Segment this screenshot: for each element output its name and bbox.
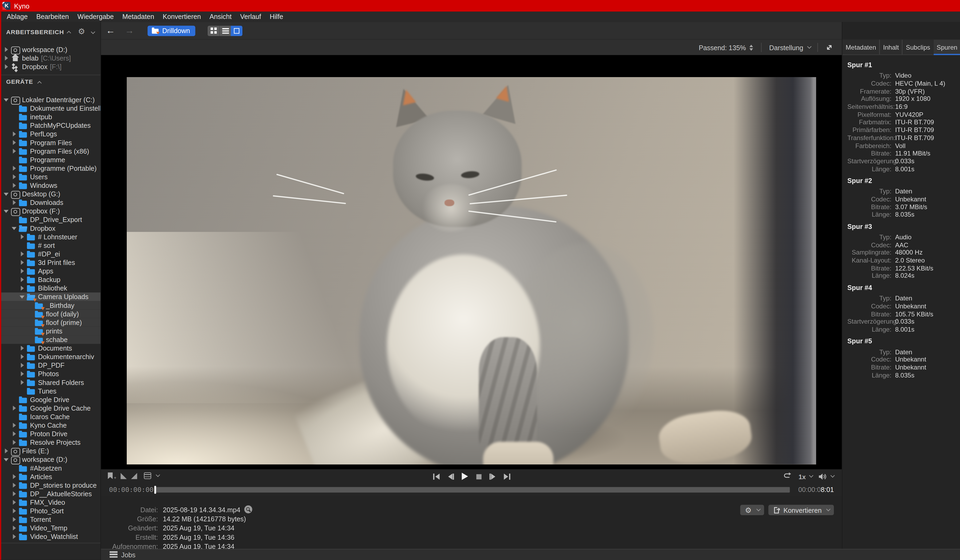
tree-row[interactable]: Photo_Sort bbox=[0, 507, 101, 515]
menu-item-verlauf[interactable]: Verlauf bbox=[236, 12, 266, 22]
menu-item-wiedergabe[interactable]: Wiedergabe bbox=[73, 12, 118, 22]
chevron-expanded-icon[interactable] bbox=[4, 456, 10, 463]
chevron-collapsed-icon[interactable] bbox=[12, 422, 18, 428]
chevron-collapsed-icon[interactable] bbox=[12, 517, 18, 523]
chevron-collapsed-icon[interactable] bbox=[19, 371, 26, 377]
chevron-expanded-icon[interactable] bbox=[4, 191, 10, 197]
chevron-collapsed-icon[interactable] bbox=[12, 131, 18, 137]
chevron-collapsed-icon[interactable] bbox=[4, 55, 10, 61]
tree-row[interactable]: Backup bbox=[0, 275, 101, 284]
tree-row[interactable]: Camera Uploads bbox=[0, 292, 101, 301]
tree-row[interactable]: DP_Drive_Export bbox=[0, 215, 101, 224]
zoom-fit-control[interactable]: Passend: 135% bbox=[699, 44, 754, 51]
chevron-collapsed-icon[interactable] bbox=[12, 182, 18, 188]
timeline-scrubber[interactable] bbox=[154, 487, 790, 493]
add-marker-icon[interactable] bbox=[108, 472, 113, 479]
tree-row[interactable]: 3d Print files bbox=[0, 258, 101, 267]
chevron-collapsed-icon[interactable] bbox=[12, 140, 18, 146]
menu-item-konvertieren[interactable]: Konvertieren bbox=[158, 12, 205, 22]
tree-row[interactable]: schabe bbox=[0, 335, 101, 344]
chevron-collapsed-icon[interactable] bbox=[12, 474, 18, 480]
tab-spuren[interactable]: Spuren bbox=[933, 40, 960, 54]
tree-row[interactable]: DP__AktuelleStories bbox=[0, 490, 101, 498]
convert-button[interactable]: Konvertieren bbox=[768, 505, 834, 515]
tree-row[interactable]: Kyno Cache bbox=[0, 421, 101, 429]
tree-row[interactable]: belab[C:\Users] bbox=[0, 54, 101, 62]
tab-inhalt[interactable]: Inhalt bbox=[879, 40, 902, 54]
playback-speed-dropdown[interactable]: 1x bbox=[798, 473, 812, 480]
mark-in-icon[interactable] bbox=[121, 473, 127, 479]
tree-row[interactable]: Program Files bbox=[0, 138, 101, 147]
tree-row[interactable]: Icaros Cache bbox=[0, 412, 101, 421]
chevron-collapsed-icon[interactable] bbox=[12, 405, 18, 411]
tree-row[interactable]: # sort bbox=[0, 241, 101, 250]
chevron-collapsed-icon[interactable] bbox=[12, 439, 18, 445]
tree-row[interactable]: Articles bbox=[0, 472, 101, 481]
chevron-collapsed-icon[interactable] bbox=[12, 165, 18, 171]
tree-row[interactable]: Dropbox (F:) bbox=[0, 207, 101, 215]
tree-row[interactable]: floof (daily) bbox=[0, 310, 101, 318]
tree-row[interactable]: Lokaler Datenträger (C:) bbox=[0, 96, 101, 104]
tree-row[interactable]: FMX_Video bbox=[0, 498, 101, 507]
chevron-collapsed-icon[interactable] bbox=[19, 277, 26, 283]
tree-row[interactable]: # Lohnsteuer bbox=[0, 232, 101, 241]
chevron-collapsed-icon[interactable] bbox=[4, 46, 10, 53]
list-view-button[interactable] bbox=[219, 26, 231, 36]
tree-row[interactable]: PerfLogs bbox=[0, 130, 101, 138]
tree-row[interactable]: Program Files (x86) bbox=[0, 147, 101, 155]
loop-button[interactable] bbox=[783, 472, 792, 481]
convert-settings-button[interactable]: ⚙ bbox=[740, 505, 764, 515]
menu-item-ansicht[interactable]: Ansicht bbox=[205, 12, 236, 22]
tree-row[interactable]: #DP_ei bbox=[0, 250, 101, 258]
tree-row[interactable]: Apps bbox=[0, 267, 101, 275]
chevron-collapsed-icon[interactable] bbox=[19, 345, 26, 351]
chevron-collapsed-icon[interactable] bbox=[12, 525, 18, 531]
chevron-collapsed-icon[interactable] bbox=[19, 251, 26, 257]
frame-back-button[interactable] bbox=[446, 472, 455, 481]
tree-row[interactable]: Dropbox bbox=[0, 224, 101, 232]
chevron-collapsed-icon[interactable] bbox=[19, 234, 26, 240]
menu-item-bearbeiten[interactable]: Bearbeiten bbox=[32, 12, 73, 22]
menu-item-metadaten[interactable]: Metadaten bbox=[118, 12, 158, 22]
chevron-collapsed-icon[interactable] bbox=[19, 268, 26, 274]
magnifier-icon[interactable] bbox=[244, 505, 252, 513]
tree-row[interactable]: Downloads bbox=[0, 198, 101, 207]
tree-row[interactable]: Windows bbox=[0, 181, 101, 190]
tree-row[interactable]: PatchMyPCUpdates bbox=[0, 121, 101, 130]
jobs-bar[interactable]: Jobs bbox=[101, 549, 960, 560]
devices-header[interactable]: GERÄTE bbox=[6, 78, 41, 85]
chevron-down-icon[interactable] bbox=[156, 473, 160, 477]
tree-row[interactable]: prints bbox=[0, 327, 101, 335]
playhead[interactable] bbox=[154, 486, 156, 494]
chevron-down-icon[interactable] bbox=[91, 30, 95, 34]
back-button[interactable]: ← bbox=[101, 23, 120, 39]
tree-row[interactable]: DP_stories to produce bbox=[0, 481, 101, 490]
chevron-collapsed-icon[interactable] bbox=[19, 362, 26, 369]
menu-item-hilfe[interactable]: Hilfe bbox=[266, 12, 288, 22]
tree-row[interactable]: Video_Temp bbox=[0, 524, 101, 532]
skip-to-end-button[interactable] bbox=[502, 472, 511, 481]
skip-to-start-button[interactable] bbox=[432, 472, 441, 481]
tree-row[interactable]: Torrent bbox=[0, 515, 101, 524]
chevron-collapsed-icon[interactable] bbox=[12, 508, 18, 514]
tree-row[interactable]: Photos bbox=[0, 370, 101, 378]
chevron-collapsed-icon[interactable] bbox=[12, 174, 18, 180]
display-dropdown[interactable]: Darstellung bbox=[769, 44, 810, 51]
tree-row[interactable]: Users bbox=[0, 172, 101, 181]
volume-dropdown[interactable] bbox=[818, 472, 833, 480]
chevron-expanded-icon[interactable] bbox=[4, 208, 10, 214]
tree-row[interactable]: workspace (D:) bbox=[0, 455, 101, 464]
tree-row[interactable]: DP_PDF bbox=[0, 361, 101, 370]
tree-row[interactable]: Tunes bbox=[0, 386, 101, 395]
chevron-collapsed-icon[interactable] bbox=[19, 354, 26, 360]
tree-row[interactable]: _Birthday bbox=[0, 301, 101, 310]
chevron-collapsed-icon[interactable] bbox=[19, 259, 26, 265]
spinner-icon[interactable] bbox=[750, 44, 754, 50]
tree-row[interactable]: Google Drive Cache bbox=[0, 404, 101, 412]
chevron-collapsed-icon[interactable] bbox=[12, 431, 18, 437]
frame-forward-button[interactable] bbox=[488, 472, 497, 481]
tree-row[interactable]: Shared Folders bbox=[0, 378, 101, 386]
chevron-collapsed-icon[interactable] bbox=[12, 491, 18, 497]
gear-icon[interactable]: ⚙ bbox=[78, 26, 85, 37]
chevron-collapsed-icon[interactable] bbox=[19, 285, 26, 291]
